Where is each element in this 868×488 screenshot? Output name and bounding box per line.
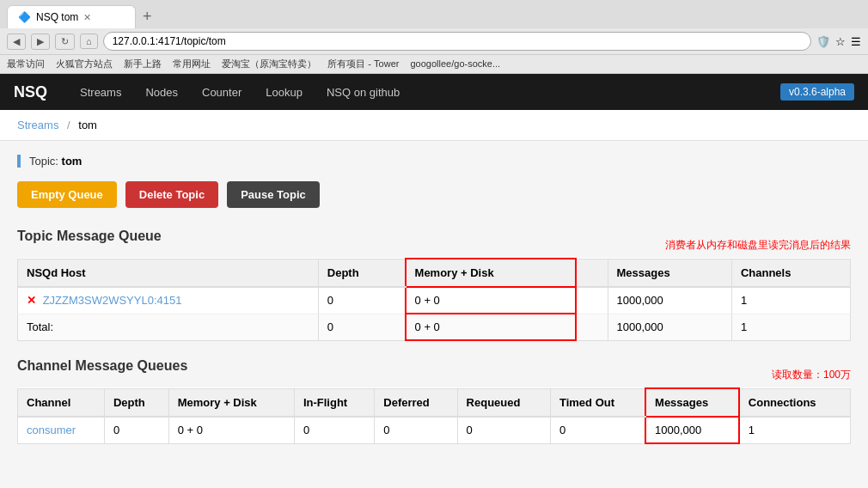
tab-close-button[interactable]: ✕ — [83, 12, 91, 23]
empty-queue-button[interactable]: Empty Queue — [17, 181, 117, 208]
error-icon: ✕ — [27, 294, 36, 307]
nav-streams[interactable]: Streams — [68, 76, 133, 109]
td-total-depth: 0 — [318, 314, 405, 340]
tab-title: NSQ tom — [36, 11, 78, 23]
th-messages: Messages — [608, 259, 731, 287]
bookmark-item-6[interactable]: 所有项目 - Tower — [327, 58, 399, 70]
bookmark-item-7[interactable]: googollee/go-socke... — [411, 58, 501, 69]
shield-icon: 🛡️ — [816, 35, 830, 48]
home-button[interactable]: ⌂ — [80, 34, 98, 49]
table-total-row: Total: 0 0 + 0 1000,000 1 — [18, 314, 851, 340]
topic-message-queue-table: NSQd Host Depth Memory + Disk Messages C… — [17, 258, 851, 341]
td-total-memory-disk: 0 + 0 — [406, 314, 576, 340]
topic-name: tom — [62, 155, 83, 168]
ch-th-inflight: In-Flight — [294, 388, 374, 417]
channel-message-queue-table: Channel Depth Memory + Disk In-Flight De… — [17, 387, 851, 444]
breadcrumb-separator: / — [67, 119, 70, 131]
nsq-brand: NSQ — [14, 83, 47, 101]
ch-td-requeued: 0 — [457, 417, 550, 443]
pause-topic-button[interactable]: Pause Topic — [227, 181, 320, 208]
td-messages: 1000,000 — [608, 287, 731, 314]
nav-lookup[interactable]: Lookup — [254, 76, 315, 109]
channel-table-note: 读取数量：100万 — [772, 368, 851, 382]
nav-counter[interactable]: Counter — [190, 76, 254, 109]
bookmark-item-5[interactable]: 爱淘宝（原淘宝特卖） — [222, 58, 316, 70]
ch-td-inflight: 0 — [294, 417, 374, 443]
topic-title-section: Topic: tom — [17, 155, 851, 168]
td-total-channels: 1 — [731, 314, 850, 340]
bookmarks-bar: 最常访问 火狐官方站点 新手上路 常用网址 爱淘宝（原淘宝特卖） 所有项目 - … — [0, 54, 868, 73]
td-total-extra — [576, 314, 608, 340]
ch-td-depth: 0 — [104, 417, 168, 443]
tab-bar: 🔷 NSQ tom ✕ + — [0, 0, 868, 28]
topic-table-note: 消费者从内存和磁盘里读完消息后的结果 — [665, 238, 851, 253]
th-nsqd-host: NSQd Host — [18, 259, 319, 287]
topic-table-title: Topic Message Queue — [17, 229, 162, 244]
ch-td-messages: 1000,000 — [645, 417, 739, 443]
th-channels: Channels — [731, 259, 850, 287]
bookmark-item-2[interactable]: 火狐官方站点 — [56, 58, 113, 70]
reload-button[interactable]: ↻ — [55, 34, 75, 50]
tab-favicon: 🔷 — [18, 11, 31, 23]
browser-chrome: 🔷 NSQ tom ✕ + ◀ ▶ ↻ ⌂ 🛡️ ☆ ☰ 最常访问 火狐官方站点… — [0, 0, 868, 74]
channel-table-header: Channel Message Queues 读取数量：100万 — [17, 358, 851, 382]
ch-td-memory-disk: 0 + 0 — [168, 417, 294, 443]
ch-th-timedout: Timed Out — [550, 388, 645, 417]
breadcrumb-streams-link[interactable]: Streams — [17, 119, 58, 131]
active-tab[interactable]: 🔷 NSQ tom ✕ — [7, 5, 136, 28]
forward-button[interactable]: ▶ — [31, 34, 50, 50]
td-total-messages: 1000,000 — [608, 314, 731, 340]
channel-link[interactable]: consumer — [27, 424, 76, 436]
ch-th-connections: Connections — [739, 388, 851, 417]
ch-th-messages: Messages — [645, 388, 739, 417]
breadcrumb: Streams / tom — [0, 110, 868, 141]
ch-td-connections: 1 — [739, 417, 851, 443]
bookmark-item-3[interactable]: 新手上路 — [124, 58, 162, 70]
breadcrumb-current: tom — [78, 119, 97, 131]
back-button[interactable]: ◀ — [7, 34, 26, 50]
ch-th-deferred: Deferred — [375, 388, 457, 417]
topic-table-header-row: NSQd Host Depth Memory + Disk Messages C… — [18, 259, 851, 287]
nsq-navbar: NSQ Streams Nodes Counter Lookup NSQ on … — [0, 74, 868, 110]
nav-nodes[interactable]: Nodes — [133, 76, 190, 109]
td-total-label: Total: — [18, 314, 319, 340]
nav-github[interactable]: NSQ on github — [315, 76, 412, 109]
channel-table-header-row: Channel Depth Memory + Disk In-Flight De… — [18, 388, 851, 417]
nsq-version: v0.3.6-alpha — [780, 83, 854, 101]
ch-th-depth: Depth — [104, 388, 168, 417]
td-memory-disk: 0 + 0 — [406, 287, 576, 314]
td-channels: 1 — [731, 287, 850, 314]
th-memory-disk: Memory + Disk — [406, 259, 576, 287]
table-row: ✕ ZJZZM3SW2WSYYL0:4151 0 0 + 0 1000,000 … — [18, 287, 851, 314]
td-host: ✕ ZJZZM3SW2WSYYL0:4151 — [18, 287, 319, 314]
action-buttons: Empty Queue Delete Topic Pause Topic — [17, 181, 851, 208]
ch-td-deferred: 0 — [375, 417, 457, 443]
host-link[interactable]: ZJZZM3SW2WSYYL0:4151 — [43, 294, 182, 307]
topic-table-header: Topic Message Queue 消费者从内存和磁盘里读完消息后的结果 — [17, 229, 851, 253]
bookmark-item-4[interactable]: 常用网址 — [173, 58, 211, 70]
new-tab-button[interactable]: + — [136, 8, 159, 26]
bookmark-star-icon[interactable]: ☆ — [835, 35, 846, 48]
delete-topic-button[interactable]: Delete Topic — [125, 181, 218, 208]
ch-th-channel: Channel — [18, 388, 105, 417]
td-depth: 0 — [318, 287, 405, 314]
bookmark-item-1[interactable]: 最常访问 — [7, 58, 45, 70]
ch-td-timedout: 0 — [550, 417, 645, 443]
address-input[interactable] — [103, 32, 811, 51]
main-content: Topic: tom Empty Queue Delete Topic Paus… — [0, 141, 868, 475]
th-depth: Depth — [318, 259, 405, 287]
channel-table-title: Channel Message Queues — [17, 358, 187, 374]
td-extra — [576, 287, 608, 314]
ch-td-channel: consumer — [18, 417, 105, 443]
table-row: consumer 0 0 + 0 0 0 0 0 1000,000 1 — [18, 417, 851, 443]
topic-label: Topic: — [29, 155, 58, 168]
ch-th-requeued: Requeued — [457, 388, 550, 417]
ch-th-memory-disk: Memory + Disk — [168, 388, 294, 417]
th-extra — [576, 259, 608, 287]
menu-icon[interactable]: ☰ — [851, 35, 861, 48]
address-bar: ◀ ▶ ↻ ⌂ 🛡️ ☆ ☰ — [0, 28, 868, 54]
